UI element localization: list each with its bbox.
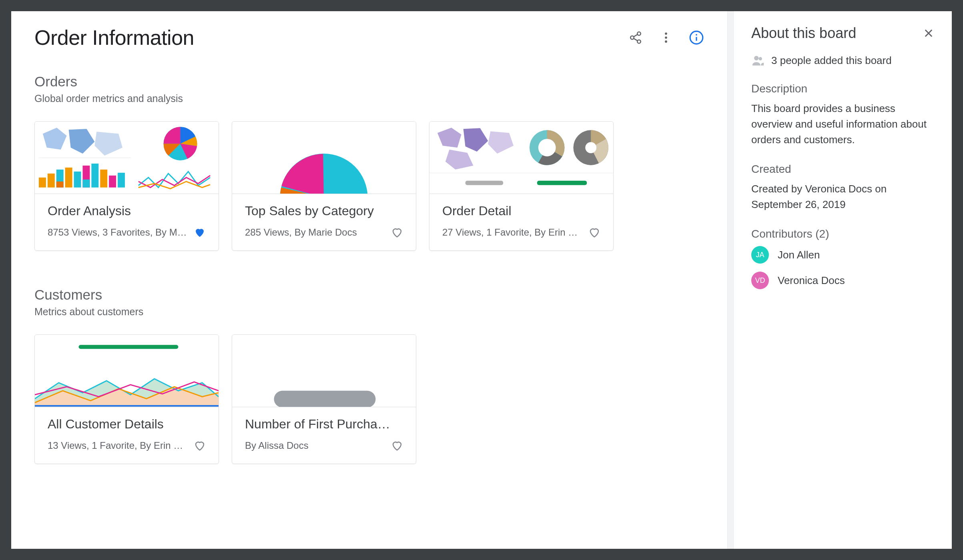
created-label: Created [751,163,934,176]
card-all-customer-details[interactable]: All Customer Details 13 Views, 1 Favorit… [34,334,219,464]
main-panel: Order Information Orders Global order me… [11,11,727,549]
info-icon[interactable] [689,30,704,45]
description-label: Description [751,82,934,95]
svg-rect-15 [56,181,64,187]
section-title-orders: Orders [34,74,704,90]
svg-point-6 [665,36,667,39]
scroll-divider[interactable] [727,11,734,549]
card-row-orders: Order Analysis 8753 Views, 3 Favorites, … [34,121,704,251]
card-meta-row: 13 Views, 1 Favorite, By Erin … [48,440,206,452]
svg-point-29 [585,142,596,153]
app-frame: Order Information Orders Global order me… [11,11,952,549]
people-added-row: 3 people added this board [751,54,934,67]
card-meta-row: By Alissa Docs [245,440,403,452]
svg-rect-20 [91,163,98,187]
card-preview [429,122,613,194]
svg-rect-13 [48,173,55,187]
svg-rect-22 [109,175,116,187]
close-icon[interactable] [923,28,934,39]
section-subtitle-orders: Global order metrics and analysis [34,93,704,104]
card-title: All Customer Details [48,417,206,432]
card-meta-row: 8753 Views, 3 Favorites, By M… [48,226,206,238]
svg-rect-33 [79,345,179,349]
about-header: About this board [751,25,934,42]
svg-point-5 [665,32,667,35]
avatar: VD [751,272,769,289]
card-order-detail[interactable]: Order Detail 27 Views, 1 Favorite, By Er… [429,121,614,251]
section-title-customers: Customers [34,287,704,303]
favorite-icon[interactable] [194,440,206,452]
svg-rect-21 [100,169,107,187]
card-body: Order Analysis 8753 Views, 3 Favorites, … [35,194,219,250]
created-text: Created by Veronica Docs on September 26… [751,181,934,212]
svg-rect-23 [118,172,125,187]
svg-rect-32 [537,180,587,185]
svg-point-7 [665,40,667,43]
favorite-icon[interactable] [194,226,206,238]
svg-rect-19 [82,179,90,187]
svg-rect-16 [65,167,72,187]
card-preview [35,122,219,194]
card-preview [35,335,219,407]
card-body: Number of First Purcha… By Alissa Docs [232,407,416,464]
main-header: Order Information [34,26,704,50]
card-order-analysis[interactable]: Order Analysis 8753 Views, 3 Favorites, … [34,121,219,251]
about-panel: About this board 3 people added this boa… [734,11,952,549]
card-row-customers: All Customer Details 13 Views, 1 Favorit… [34,334,704,464]
section-subtitle-customers: Metrics about customers [34,306,704,318]
svg-point-2 [637,40,641,44]
svg-line-4 [634,38,638,41]
svg-rect-12 [39,177,46,187]
card-meta: 27 Views, 1 Favorite, By Erin … [442,227,584,238]
svg-rect-30 [429,172,613,173]
card-top-sales[interactable]: Top Sales by Category 285 Views, By Mari… [232,121,416,251]
card-title: Top Sales by Category [245,204,403,218]
card-meta: 285 Views, By Marie Docs [245,227,387,238]
card-meta: By Alissa Docs [245,440,387,451]
contributors-label: Contributors (2) [751,228,934,240]
page-title: Order Information [34,26,194,50]
svg-rect-17 [74,171,81,187]
favorite-icon[interactable] [391,226,403,238]
contributor-row: VD Veronica Docs [751,272,934,289]
svg-point-41 [758,57,762,61]
contributor-row: JA Jon Allen [751,246,934,264]
card-body: Order Detail 27 Views, 1 Favorite, By Er… [429,194,613,250]
more-icon[interactable] [658,30,674,45]
svg-point-10 [696,34,697,36]
about-title: About this board [751,25,856,42]
contributor-name: Veronica Docs [778,274,845,287]
header-actions [628,30,704,45]
card-meta: 8753 Views, 3 Favorites, By M… [48,227,190,238]
svg-rect-37 [274,390,376,407]
svg-point-1 [630,36,634,40]
share-icon[interactable] [628,30,643,45]
card-meta-row: 27 Views, 1 Favorite, By Erin … [442,226,600,238]
svg-point-0 [637,32,641,36]
svg-line-3 [634,34,638,37]
svg-point-27 [538,139,556,156]
card-meta-row: 285 Views, By Marie Docs [245,226,403,238]
card-title: Number of First Purcha… [245,417,403,432]
svg-point-40 [754,56,758,60]
svg-rect-11 [39,158,130,158]
description-text: This board provides a business overview … [751,101,934,148]
card-body: Top Sales by Category 285 Views, By Mari… [232,194,416,250]
card-preview [232,335,416,407]
favorite-icon[interactable] [391,440,403,452]
avatar: JA [751,246,769,264]
people-added-text: 3 people added this board [771,54,892,67]
card-first-purchase[interactable]: Number of First Purcha… By Alissa Docs [232,334,416,464]
card-meta: 13 Views, 1 Favorite, By Erin … [48,440,190,451]
card-preview [232,122,416,194]
card-body: All Customer Details 13 Views, 1 Favorit… [35,407,219,464]
card-title: Order Analysis [48,204,206,218]
people-icon [751,54,765,67]
card-title: Order Detail [442,204,600,218]
favorite-icon[interactable] [588,226,600,238]
svg-rect-31 [465,180,504,185]
contributor-name: Jon Allen [778,249,820,261]
